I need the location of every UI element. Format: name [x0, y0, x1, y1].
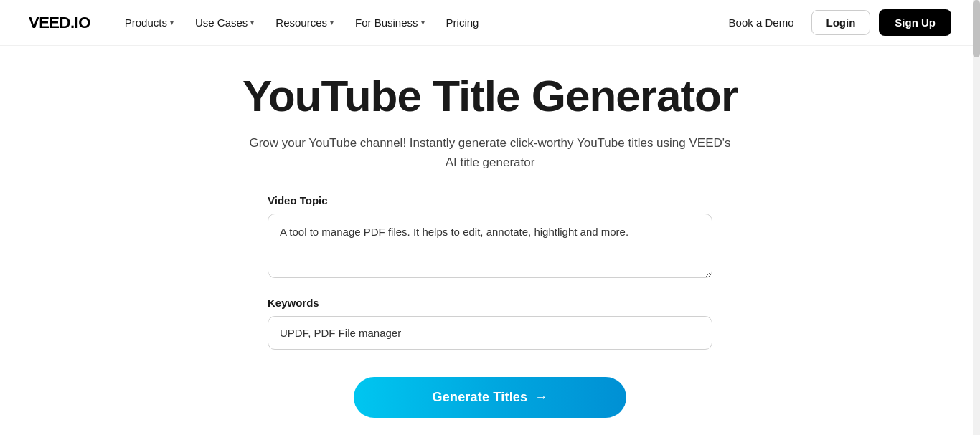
- nav-item-use-cases[interactable]: Use Cases ▾: [187, 11, 263, 34]
- nav-label-for-business: For Business: [355, 16, 418, 29]
- nav-label-resources: Resources: [275, 16, 327, 29]
- keywords-field-group: Keywords: [268, 297, 712, 350]
- generate-titles-button[interactable]: Generate Titles →: [354, 377, 626, 418]
- chevron-down-icon: ▾: [421, 19, 425, 27]
- scrollbar[interactable]: [973, 0, 980, 435]
- video-topic-field-group: Video Topic A tool to manage PDF files. …: [268, 194, 712, 281]
- keywords-input[interactable]: [268, 316, 712, 350]
- keywords-label: Keywords: [268, 297, 712, 309]
- generate-titles-label: Generate Titles: [433, 390, 528, 405]
- video-topic-input[interactable]: A tool to manage PDF files. It helps to …: [268, 214, 712, 278]
- login-button[interactable]: Login: [811, 10, 871, 35]
- nav-item-for-business[interactable]: For Business ▾: [347, 11, 433, 34]
- logo[interactable]: VEED.IO: [29, 14, 90, 32]
- arrow-right-icon: →: [534, 390, 547, 405]
- navbar: VEED.IO Products ▾ Use Cases ▾ Resources…: [0, 0, 980, 46]
- page-subtitle: Grow your YouTube channel! Instantly gen…: [246, 133, 734, 172]
- nav-item-pricing[interactable]: Pricing: [438, 11, 488, 34]
- chevron-down-icon: ▾: [250, 19, 254, 27]
- main-content: YouTube Title Generator Grow your YouTub…: [0, 46, 980, 435]
- generator-form: Video Topic A tool to manage PDF files. …: [268, 194, 712, 418]
- nav-item-resources[interactable]: Resources ▾: [267, 11, 342, 34]
- chevron-down-icon: ▾: [170, 19, 174, 27]
- video-topic-label: Video Topic: [268, 194, 712, 206]
- nav-item-products[interactable]: Products ▾: [116, 11, 182, 34]
- nav-label-use-cases: Use Cases: [195, 16, 248, 29]
- nav-menu: Products ▾ Use Cases ▾ Resources ▾ For B…: [116, 11, 720, 34]
- chevron-down-icon: ▾: [330, 19, 334, 27]
- nav-label-pricing: Pricing: [446, 16, 479, 29]
- scrollbar-thumb[interactable]: [973, 0, 980, 57]
- nav-label-products: Products: [125, 16, 167, 29]
- signup-button[interactable]: Sign Up: [879, 9, 951, 36]
- page-title: YouTube Title Generator: [242, 72, 738, 120]
- navbar-actions: Book a Demo Login Sign Up: [720, 9, 951, 36]
- book-demo-button[interactable]: Book a Demo: [720, 11, 803, 34]
